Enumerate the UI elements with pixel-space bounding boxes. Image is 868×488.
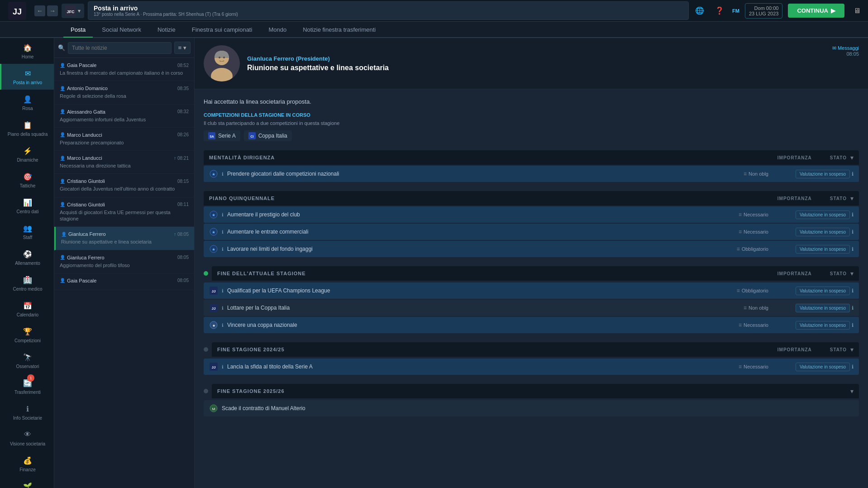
coppa-icon: CI	[248, 132, 256, 139]
sidebar-label-visione: Visione societaria	[10, 441, 45, 446]
sidebar-item-tattiche[interactable]: 🎯 Tattiche	[0, 167, 54, 193]
info-btn-2025-0[interactable]: ℹ	[222, 364, 224, 369]
back-button[interactable]: ←	[34, 5, 45, 16]
message-item-3[interactable]: 👤 Marco Landucci 08:26 Preparazione prec…	[54, 128, 194, 151]
msg-time-2: 08:32	[177, 109, 189, 114]
section-finestagione2026-header: FINE STAGIONE 2025/26 ▾	[212, 384, 859, 398]
continue-button[interactable]: CONTINUA ▶	[788, 4, 844, 18]
app-logo: JJ	[4, 2, 31, 20]
message-item-5[interactable]: 👤 Cristiano Giuntoli 08:15 Giocatori del…	[54, 174, 194, 197]
section-finestagione2025-toggle[interactable]: ▾	[850, 346, 854, 353]
obj-label-fin-1: Lottare per la Coppa Italia	[227, 305, 711, 311]
message-title-area: Gianluca Ferrero (Presidente) Riunione s…	[247, 55, 859, 72]
sidebar-item-centrosv[interactable]: 🌱 Centro Sv.	[0, 477, 54, 488]
sidebar-item-staff[interactable]: 👥 Staff	[0, 219, 54, 244]
section-mentalita-toggle[interactable]: ▾	[850, 154, 854, 161]
status-badge-2025-0: Valutazione in sospeso	[796, 363, 850, 371]
info-btn-piano-2[interactable]: ℹ	[222, 247, 224, 252]
obj-label-fin-2: Vincere una coppa nazionale	[227, 322, 711, 328]
message-item-1[interactable]: 👤 Antonio Domanico 08:35 Regole di selez…	[54, 81, 194, 104]
tab-finestra[interactable]: Finestra sui campionati	[185, 23, 260, 38]
section-piano-toggle[interactable]: ▾	[850, 195, 854, 202]
svg-point-10	[223, 57, 225, 58]
calendar-icon: 📅	[23, 301, 33, 311]
help-btn[interactable]: ❓	[712, 4, 727, 18]
comp-badge-seriea: SA Serie A	[204, 130, 240, 141]
status-info-piano-2[interactable]: ℹ	[852, 246, 854, 252]
message-search-input[interactable]	[68, 42, 172, 54]
sidebar-item-posta[interactable]: ✉ Posta in arrivo	[0, 64, 54, 90]
message-body: Hai accettato la linea societaria propos…	[195, 89, 868, 435]
section-finestagione-toggle[interactable]: ▾	[850, 270, 854, 277]
tab-posta[interactable]: Posta	[63, 23, 93, 38]
sidebar-item-rosa[interactable]: 👤 Rosa	[0, 90, 54, 115]
sidebar-item-competizioni[interactable]: 🏆 Competizioni	[0, 322, 54, 348]
status-info-mentalita-0[interactable]: ℹ	[852, 171, 854, 177]
message-item-2[interactable]: 👤 Alessandro Gatta 08:32 Aggiornamento i…	[54, 105, 194, 128]
tab-notizie-trasf[interactable]: Notizie finestra trasferimenti	[296, 23, 383, 38]
message-item-0[interactable]: 👤 Gaia Pascale 08:52 La finestra di merc…	[54, 58, 194, 81]
sidebar-item-trasferimenti[interactable]: 🔄 1 Trasferimenti	[0, 373, 54, 399]
section-finestagione2026-title: FINE STAGIONE 2025/26	[217, 388, 847, 394]
sidebar-item-calendario[interactable]: 📅 Calendario	[0, 296, 54, 322]
status-badge-fin-2: Valutazione in sospeso	[796, 321, 850, 330]
obj-label-fin-0: Qualificati per la UEFA Champions League	[227, 287, 711, 294]
filter-button[interactable]: ≡ ▾	[174, 42, 191, 54]
sidebar-item-dinamiche[interactable]: ⚡ Dinamiche	[0, 141, 54, 167]
sidebar-item-infosoc[interactable]: ℹ Info Societarie	[0, 399, 54, 425]
info-btn-fin-1[interactable]: ℹ	[222, 306, 224, 311]
msg-preview-1: Regole di selezione della rosa	[60, 93, 189, 99]
obj-icon-mentalita-0: ★	[209, 169, 218, 178]
status-info-2025-0[interactable]: ℹ	[852, 364, 854, 370]
forward-button[interactable]: →	[47, 5, 58, 16]
money-icon: 💰	[23, 455, 33, 465]
status-info-fin-1[interactable]: ℹ	[852, 305, 854, 311]
monitor-icon[interactable]: 🖥	[850, 4, 864, 18]
msg-time-0: 08:52	[177, 63, 189, 68]
sidebar-item-allenamento[interactable]: ⚽ Allenamento	[0, 244, 54, 270]
binoculars-icon: 🔭	[23, 352, 33, 362]
message-item-7[interactable]: 👤 Gianluca Ferrero ↑ 08:05 Riunione su a…	[54, 227, 194, 250]
message-item-9[interactable]: 👤 Gaia Pascale 08:05	[54, 273, 194, 290]
col-stato-1: STATO	[830, 155, 847, 160]
sidebar-label-calendario: Calendario	[17, 312, 38, 317]
info-btn-mentalita-0[interactable]: ℹ	[222, 172, 224, 177]
status-info-piano-0[interactable]: ℹ	[852, 212, 854, 218]
msg-sender-9: 👤 Gaia Pascale	[60, 278, 96, 283]
sidebar-item-osservatori[interactable]: 🔭 Osservatori	[0, 348, 54, 373]
message-item-8[interactable]: 👤 Gianluca Ferrero 08:05 Aggiornamento d…	[54, 250, 194, 273]
message-item-4[interactable]: 👤 Marco Landucci ↑ 08:21 Necessaria una …	[54, 151, 194, 174]
svg-text:CI: CI	[250, 135, 253, 138]
sidebar-item-finanze[interactable]: 💰 Finanze	[0, 451, 54, 477]
date-display: Dom 00:00 23 LUG 2023	[745, 3, 782, 19]
tab-social[interactable]: Social Network	[95, 23, 148, 38]
juventus-logo: JJ	[8, 2, 26, 20]
sidebar-item-visione[interactable]: 👁 Visione societaria	[0, 425, 54, 451]
message-search-area: 🔍 ≡ ▾	[54, 38, 194, 58]
sidebar-item-centromedico[interactable]: 🏥 Centro medico	[0, 270, 54, 296]
obj-importance-piano-0: ≡ Necessario	[714, 211, 768, 218]
sidebar-item-piano[interactable]: 📋 Piano della squadra	[0, 115, 54, 141]
status-info-piano-1[interactable]: ℹ	[852, 229, 854, 235]
status-info-fin-2[interactable]: ℹ	[852, 322, 854, 328]
obj-label-piano-2: Lavorare nei limiti del fondo ingaggi	[227, 246, 711, 252]
message-item-6[interactable]: 👤 Cristiano Giuntoli 08:11 Acquisti di g…	[54, 197, 194, 227]
message-timestamp: ✉ Messaggi 08:05	[832, 45, 859, 57]
obj-label-mentalita-0: Prendere giocatori dalle competizioni na…	[227, 171, 711, 177]
status-badge-mentalita-0: Valutazione in sospeso	[796, 170, 850, 178]
section-finestagione2025-header: FINE STAGIONE 2024/25 IMPORTANZA STATO ▾	[212, 342, 859, 357]
sidebar-item-home[interactable]: 🏠 Home	[0, 38, 54, 64]
date-line2: 23 LUG 2023	[749, 11, 778, 16]
global-btn[interactable]: 🌐	[692, 4, 707, 18]
section-finestagione2025: FINE STAGIONE 2024/25 IMPORTANZA STATO ▾…	[204, 342, 859, 375]
sidebar-item-centrodati[interactable]: 📊 Centro dati	[0, 193, 54, 219]
tab-notizie[interactable]: Notizie	[150, 23, 183, 38]
info-btn-fin-2[interactable]: ℹ	[222, 323, 224, 328]
info-btn-fin-0[interactable]: ℹ	[222, 288, 224, 293]
section-finestagione2026-toggle[interactable]: ▾	[850, 388, 854, 395]
status-info-fin-0[interactable]: ℹ	[852, 288, 854, 294]
tab-mondo[interactable]: Mondo	[261, 23, 294, 38]
info-btn-piano-0[interactable]: ℹ	[222, 212, 224, 217]
obj-row-mentalita-0: ★ ℹ Prendere giocatori dalle competizion…	[204, 166, 859, 182]
info-btn-piano-1[interactable]: ℹ	[222, 230, 224, 234]
